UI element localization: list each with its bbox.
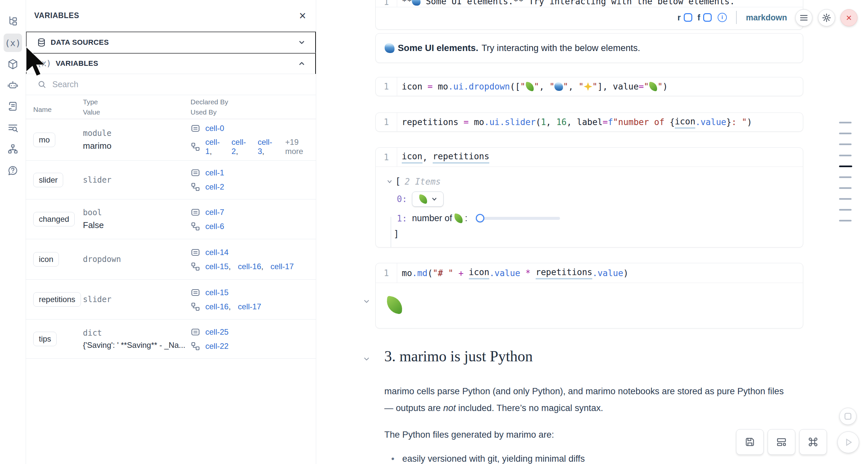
icon-dropdown-select[interactable]	[412, 191, 443, 207]
cell-link[interactable]: cell-2	[205, 182, 224, 191]
reactive-checkbox[interactable]	[684, 13, 692, 22]
stop-button[interactable]	[839, 408, 857, 425]
variables-icon[interactable]: (x)	[4, 34, 22, 52]
command-palette-button[interactable]	[799, 429, 827, 455]
col-name: Name	[33, 100, 83, 114]
cell-mark[interactable]	[839, 122, 851, 123]
variable-name-badge: changed	[33, 212, 75, 226]
variables-section-icon: (x)	[37, 59, 51, 68]
code-editor[interactable]: 1 icon = mo.ui.dropdown(["", "", ""], va…	[376, 78, 803, 96]
menu-button[interactable]	[795, 9, 812, 26]
language-label[interactable]: markdown	[746, 13, 787, 22]
chevron-down-icon	[298, 39, 305, 46]
emphasis-text: not	[443, 403, 456, 413]
code-line: repetitions = mo.ui.slider(1, 16, label=…	[397, 113, 803, 131]
layout-button[interactable]	[768, 429, 795, 455]
search-input[interactable]	[52, 80, 283, 89]
cell-link[interactable]: cell-17	[238, 302, 261, 311]
variable-value: {'Saving': ' **Saving** - _Na...	[83, 341, 190, 350]
leaf-emoji	[454, 213, 463, 223]
code-editor[interactable]: 1 repetitions = mo.ui.slider(1, 16, labe…	[376, 113, 803, 131]
cell-mark[interactable]	[839, 176, 851, 178]
notebook-area: 1 ** Some UI elements.** Try interacting…	[375, 0, 803, 464]
declared-by-icon	[190, 168, 200, 178]
used-by-icon	[190, 221, 200, 231]
code-editor[interactable]: 1 icon, repetitions	[376, 148, 803, 167]
item-index: 1:	[397, 214, 407, 223]
cell-link[interactable]: cell-1	[205, 168, 224, 177]
bracket-close: ]	[394, 229, 803, 240]
slider-thumb[interactable]	[476, 214, 484, 222]
settings-button[interactable]	[818, 9, 835, 26]
code-cell-with-output: 1 mo.md("# " + icon.value * repetitions.…	[375, 263, 803, 329]
cell-link[interactable]: cell-22	[205, 342, 229, 351]
wave-emoji	[385, 43, 395, 53]
cell-mark[interactable]	[839, 133, 851, 134]
cell-link[interactable]: cell-15	[205, 262, 233, 271]
cell-link[interactable]: cell-25	[205, 328, 229, 337]
format-toggle-label: f	[698, 13, 700, 22]
close-panel-icon[interactable]: ×	[299, 10, 306, 22]
cell-mark[interactable]	[839, 220, 851, 221]
cell-link[interactable]: cell-6	[205, 222, 224, 231]
variables-search	[26, 74, 316, 95]
line-number: 1	[376, 82, 397, 91]
save-button[interactable]	[736, 429, 764, 455]
leaf-emoji	[385, 296, 404, 314]
ai-assistant-icon[interactable]	[4, 76, 22, 94]
paragraph: marimo cells parse Python (and only Pyth…	[384, 383, 802, 416]
close-icon: ×	[846, 13, 852, 23]
dependency-graph-icon[interactable]	[4, 140, 22, 158]
stop-icon	[844, 412, 852, 420]
search-icon	[38, 80, 46, 89]
cell-link[interactable]: cell-14	[205, 248, 229, 257]
panel-title: VARIABLES	[34, 11, 79, 20]
line-number: 1	[376, 0, 397, 7]
code-editor[interactable]: 1 mo.md("# " + icon.value * repetitions.…	[376, 263, 803, 283]
gear-icon	[822, 13, 832, 23]
cell-link[interactable]: cell-1	[205, 137, 227, 156]
used-by-icon	[190, 302, 200, 312]
cell-mark[interactable]	[839, 198, 851, 200]
code-editor[interactable]: 1 ** Some UI elements.** Try interacting…	[376, 0, 803, 7]
used-by-icon	[190, 142, 200, 152]
panel-header: VARIABLES ×	[26, 0, 316, 32]
cell-link[interactable]: cell-0	[205, 124, 224, 133]
declared-by-icon	[190, 288, 200, 298]
cell-link[interactable]: cell-3	[258, 137, 279, 156]
cell-mark[interactable]	[839, 187, 851, 189]
repetitions-slider[interactable]	[477, 217, 560, 220]
line-number: 1	[376, 268, 397, 278]
logs-search-icon[interactable]	[4, 119, 22, 137]
collapse-section-icon[interactable]	[363, 355, 370, 364]
run-button[interactable]	[837, 431, 859, 453]
cell-link[interactable]: cell-7	[205, 208, 224, 217]
save-icon	[744, 436, 755, 447]
cell-link[interactable]: cell-15	[205, 288, 229, 297]
variable-type: bool	[83, 208, 190, 217]
used-by-icon	[190, 182, 200, 192]
collapse-output-icon[interactable]	[363, 298, 370, 306]
help-icon[interactable]	[4, 161, 22, 180]
cell-mark[interactable]	[839, 209, 851, 211]
variable-name-badge: mo	[33, 133, 55, 147]
cell-mark-active[interactable]	[839, 165, 852, 167]
info-icon[interactable]: i	[718, 13, 727, 22]
cell-link[interactable]: cell-16	[238, 262, 266, 271]
list-item: • easily versioned with git, yielding mi…	[391, 454, 585, 464]
cell-link[interactable]: cell-2	[231, 137, 253, 156]
package-icon[interactable]	[4, 55, 22, 73]
cell-link[interactable]: cell-17	[271, 262, 294, 271]
format-checkbox[interactable]	[703, 13, 712, 22]
cell-mark[interactable]	[839, 155, 851, 156]
file-tree-icon[interactable]	[4, 12, 22, 30]
collapse-icon[interactable]	[386, 179, 393, 185]
section-data-sources[interactable]: DATA SOURCES	[26, 32, 316, 53]
cell-link[interactable]: cell-16	[205, 302, 233, 311]
shutdown-button[interactable]: ×	[840, 9, 858, 26]
output-text: Try interacting with the below elements.	[482, 43, 640, 53]
markdown-cell: 1 ** Some UI elements.** Try interacting…	[375, 0, 803, 30]
section-variables[interactable]: (x) VARIABLES	[26, 53, 316, 74]
scroll-icon[interactable]	[4, 97, 22, 116]
cell-mark[interactable]	[839, 144, 851, 145]
